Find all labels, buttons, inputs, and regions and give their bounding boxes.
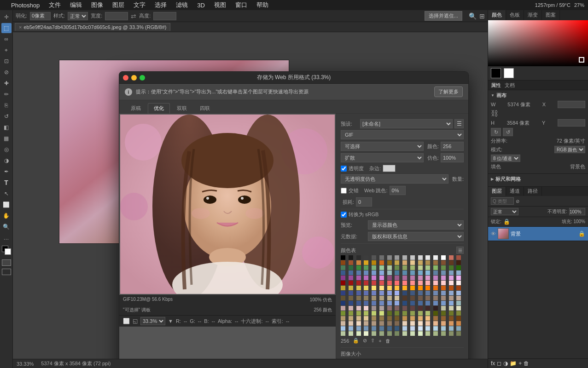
palette-color-cell[interactable] <box>356 270 361 275</box>
palette-color-cell[interactable] <box>425 301 430 305</box>
opacity-input[interactable] <box>569 208 585 215</box>
tab-optimize[interactable]: 优化 <box>148 103 170 114</box>
palette-color-cell[interactable] <box>395 296 399 300</box>
palette-color-cell[interactable] <box>433 270 438 275</box>
palette-color-cell[interactable] <box>364 276 368 280</box>
palette-color-cell[interactable] <box>372 255 376 260</box>
palette-color-cell[interactable] <box>441 301 446 305</box>
palette-color-cell[interactable] <box>425 321 430 326</box>
palette-color-cell[interactable] <box>387 276 392 280</box>
palette-color-cell[interactable] <box>387 265 392 270</box>
palette-color-cell[interactable] <box>349 281 353 285</box>
layer-lock-icon[interactable]: 🔒 <box>578 230 585 237</box>
palette-color-cell[interactable] <box>356 291 361 295</box>
color-table-menu[interactable]: ☰ <box>456 247 464 254</box>
palette-color-cell[interactable] <box>341 260 345 265</box>
palette-color-cell[interactable] <box>449 311 454 316</box>
transparency-check-label[interactable]: 透明度 <box>341 165 364 172</box>
palette-color-cell[interactable] <box>341 326 345 331</box>
palette-color-cell[interactable] <box>441 316 446 321</box>
layer-fx-icon[interactable]: fx <box>491 360 495 367</box>
palette-color-cell[interactable] <box>372 276 376 280</box>
palette-color-cell[interactable] <box>341 276 345 280</box>
menu-image[interactable]: 图像 <box>89 1 105 9</box>
palette-color-cell[interactable] <box>356 296 361 300</box>
menu-select[interactable]: 选择 <box>153 1 169 9</box>
weaken-input[interactable] <box>30 12 51 20</box>
palette-color-cell[interactable] <box>395 270 399 275</box>
tool-blur[interactable]: ◎ <box>1 144 12 155</box>
palette-color-cell[interactable] <box>410 270 415 275</box>
palette-color-cell[interactable] <box>364 321 368 326</box>
palette-color-cell[interactable] <box>379 326 384 331</box>
palette-color-cell[interactable] <box>349 321 353 326</box>
tab-4up[interactable]: 四联 <box>194 103 216 113</box>
palette-color-cell[interactable] <box>379 281 384 285</box>
palette-color-cell[interactable] <box>402 306 407 310</box>
palette-color-cell[interactable] <box>449 306 454 310</box>
palette-color-cell[interactable] <box>395 255 399 260</box>
palette-color-cell[interactable] <box>341 281 345 285</box>
palette-color-cell[interactable] <box>341 301 345 305</box>
palette-color-cell[interactable] <box>433 311 438 316</box>
palette-color-cell[interactable] <box>356 276 361 280</box>
palette-color-cell[interactable] <box>387 281 392 285</box>
palette-color-cell[interactable] <box>379 316 384 321</box>
select-and-mask-btn[interactable]: 选择并遮住... <box>425 11 462 21</box>
palette-color-cell[interactable] <box>387 270 392 275</box>
palette-color-cell[interactable] <box>341 311 345 316</box>
tool-dodge[interactable]: ◑ <box>1 155 12 166</box>
palette-color-cell[interactable] <box>379 306 384 310</box>
palette-color-cell[interactable] <box>387 260 392 265</box>
palette-color-cell[interactable] <box>425 296 430 300</box>
layers-filter-icon[interactable]: ⊘ <box>516 199 519 204</box>
width-input[interactable] <box>105 12 128 20</box>
palette-color-cell[interactable] <box>341 286 345 290</box>
palette-color-cell[interactable] <box>456 286 461 290</box>
palette-color-cell[interactable] <box>433 296 438 300</box>
palette-color-cell[interactable] <box>356 331 361 336</box>
palette-color-cell[interactable] <box>425 265 430 270</box>
palette-color-cell[interactable] <box>456 321 461 326</box>
palette-color-cell[interactable] <box>372 291 376 295</box>
palette-color-cell[interactable] <box>456 255 461 260</box>
palette-color-cell[interactable] <box>441 260 446 265</box>
palette-color-cell[interactable] <box>402 321 407 326</box>
rotate-cw-btn[interactable]: ↻ <box>491 128 501 136</box>
palette-color-cell[interactable] <box>372 326 376 331</box>
palette-color-cell[interactable] <box>349 296 353 300</box>
palette-color-cell[interactable] <box>356 301 361 305</box>
palette-color-cell[interactable] <box>395 276 399 280</box>
palette-color-cell[interactable] <box>418 326 423 331</box>
menu-edit[interactable]: 编辑 <box>68 1 84 9</box>
palette-color-cell[interactable] <box>364 291 368 295</box>
tool-shape[interactable]: ⬜ <box>1 200 12 210</box>
foreground-background-colors[interactable] <box>2 246 11 255</box>
palette-color-cell[interactable] <box>379 276 384 280</box>
palette-color-cell[interactable] <box>379 260 384 265</box>
tool-crop[interactable]: ⊡ <box>1 56 12 66</box>
interlaced-check-label[interactable]: 交错 <box>341 187 359 194</box>
tool-brush[interactable]: ✏ <box>1 89 12 99</box>
canvas-y-input[interactable] <box>558 119 585 126</box>
palette-color-cell[interactable] <box>379 296 384 300</box>
palette-color-cell[interactable] <box>425 276 430 280</box>
palette-color-cell[interactable] <box>349 326 353 331</box>
menu-filter[interactable]: 滤镜 <box>174 1 190 9</box>
palette-color-cell[interactable] <box>356 286 361 290</box>
rotate-ccw-btn[interactable]: ↺ <box>503 128 513 136</box>
menu-type[interactable]: 文字 <box>132 1 147 9</box>
palette-color-cell[interactable] <box>456 311 461 316</box>
colors-input[interactable] <box>441 142 464 151</box>
palette-color-cell[interactable] <box>379 331 384 336</box>
palette-color-cell[interactable] <box>402 255 407 260</box>
palette-color-cell[interactable] <box>441 286 446 290</box>
palette-color-cell[interactable] <box>456 260 461 265</box>
tool-healing[interactable]: ✚ <box>1 78 12 88</box>
palette-color-cell[interactable] <box>410 331 415 336</box>
palette-color-cell[interactable] <box>433 286 438 290</box>
palette-color-cell[interactable] <box>395 316 399 321</box>
palette-color-cell[interactable] <box>449 301 454 305</box>
palette-color-cell[interactable] <box>364 281 368 285</box>
palette-color-cell[interactable] <box>372 316 376 321</box>
